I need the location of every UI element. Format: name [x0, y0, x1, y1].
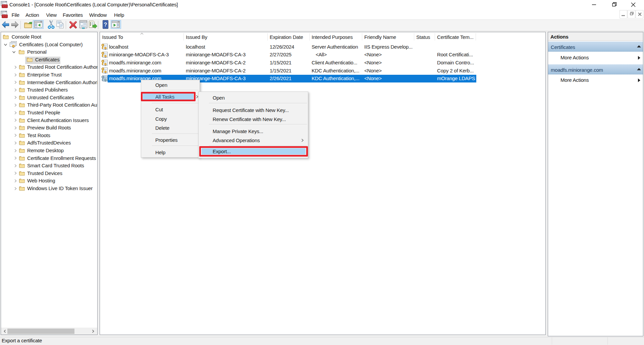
- svg-text:?: ?: [104, 22, 107, 27]
